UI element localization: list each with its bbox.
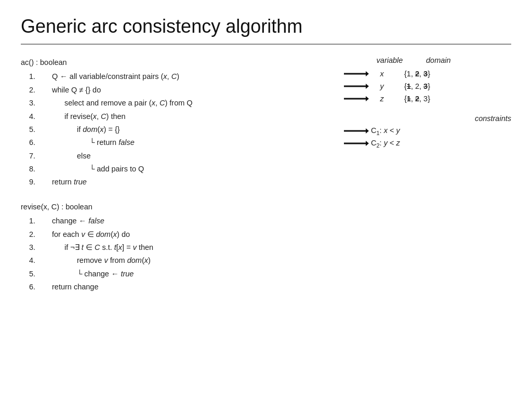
revise-line-num-3: 3.	[21, 241, 35, 254]
ac-line-5-text: if dom(x) = {}	[39, 123, 120, 136]
ac-algorithm: ac() : boolean 1. Q ← all variable/const…	[21, 56, 332, 189]
ac-signature: ac() : boolean	[21, 56, 332, 69]
svg-marker-1	[366, 71, 369, 76]
ac-line-6: 6. └ return false	[21, 136, 332, 149]
arrow-z	[343, 94, 369, 104]
svg-marker-7	[366, 128, 369, 134]
revise-line-num-1: 1.	[21, 215, 35, 228]
domain-y: {1, 2, 3}	[404, 82, 456, 90]
main-content: ac() : boolean 1. Q ← all variable/const…	[21, 56, 511, 294]
ac-line-5: 5. if dom(x) = {}	[21, 123, 332, 136]
ac-line-4-text: if revise(x, C) then	[39, 110, 126, 123]
ac-line-3: 3. select and remove a pair (x, C) from …	[21, 97, 332, 110]
ac-line-7: 7. else	[21, 150, 332, 163]
arrow-c2	[343, 138, 369, 149]
constraints-label: constraints	[343, 114, 511, 123]
page-container: Generic arc consistency algorithm ac() :…	[0, 0, 532, 309]
ac-line-9-text: return true	[39, 176, 87, 189]
revise-line-num-5: 5.	[21, 268, 35, 281]
line-num-5: 5.	[21, 123, 35, 136]
line-num-9: 9.	[21, 176, 35, 189]
var-name-x: x	[369, 70, 395, 78]
constraint-c1-text: C1: x < y	[371, 126, 400, 136]
left-column: ac() : boolean 1. Q ← all variable/const…	[21, 56, 332, 294]
ac-line-1-text: Q ← all variable/constraint pairs (x, C)	[39, 70, 179, 83]
var-row-z: z {1, 2, 3}	[343, 94, 511, 104]
domain-x: {1, 2, 3}	[404, 70, 456, 78]
line-num-8: 8.	[21, 163, 35, 176]
ac-line-8: 8. └ add pairs to Q	[21, 163, 332, 176]
revise-line-4: 4. remove v from dom(x)	[21, 254, 332, 267]
ac-line-1: 1. Q ← all variable/constraint pairs (x,…	[21, 70, 332, 83]
ac-line-8-text: └ add pairs to Q	[39, 163, 144, 176]
revise-line-num-6: 6.	[21, 281, 35, 294]
revise-line-2: 2. for each v ∈ dom(x) do	[21, 228, 332, 241]
var-row-y: y {1, 2, 3}	[343, 81, 511, 91]
revise-line-1: 1. change ← false	[21, 215, 332, 228]
ac-line-7-text: else	[39, 150, 91, 163]
revise-line-1-text: change ← false	[39, 215, 104, 228]
line-num-7: 7.	[21, 150, 35, 163]
revise-line-6: 6. return change	[21, 281, 332, 294]
revise-line-2-text: for each v ∈ dom(x) do	[39, 228, 130, 241]
var-domain-table: variable domain x {1, 2, 3}	[343, 56, 511, 104]
divider	[21, 44, 511, 45]
revise-signature: revise(x, C) : boolean	[21, 201, 332, 214]
revise-algorithm: revise(x, C) : boolean 1. change ← false…	[21, 201, 332, 294]
ac-line-2-text: while Q ≠ {} do	[39, 84, 101, 97]
revise-line-num-2: 2.	[21, 228, 35, 241]
arrow-c1	[343, 126, 369, 136]
constraint-c2-text: C2: y < z	[371, 139, 400, 149]
page-title: Generic arc consistency algorithm	[21, 16, 511, 37]
var-name-z: z	[369, 95, 395, 103]
revise-line-3-text: if ¬∃ t ∈ C s.t. t[x] = v then	[39, 241, 153, 254]
var-row-x: x {1, 2, 3}	[343, 69, 511, 79]
line-num-2: 2.	[21, 84, 35, 97]
ac-line-6-text: └ return false	[39, 136, 135, 149]
ac-line-9: 9. return true	[21, 176, 332, 189]
line-num-4: 4.	[21, 110, 35, 123]
constraint-row-2: C2: y < z	[343, 138, 511, 149]
arrow-y	[343, 81, 369, 91]
revise-line-3: 3. if ¬∃ t ∈ C s.t. t[x] = v then	[21, 241, 332, 254]
revise-line-5: 5. └ change ← true	[21, 268, 332, 281]
domain-header: domain	[426, 56, 478, 64]
svg-marker-3	[366, 84, 369, 89]
arrow-x	[343, 69, 369, 79]
revise-line-5-text: └ change ← true	[39, 268, 134, 281]
svg-marker-9	[366, 141, 369, 146]
ac-line-2: 2. while Q ≠ {} do	[21, 84, 332, 97]
ac-line-3-text: select and remove a pair (x, C) from Q	[39, 97, 193, 110]
domain-z: {1, 2, 3}	[404, 95, 456, 103]
line-num-6: 6.	[21, 136, 35, 149]
variable-header: variable	[369, 56, 410, 64]
constraints-section: constraints C1: x < y	[343, 114, 511, 149]
ac-line-4: 4. if revise(x, C) then	[21, 110, 332, 123]
svg-marker-5	[366, 96, 369, 101]
var-name-y: y	[369, 82, 395, 90]
right-column: variable domain x {1, 2, 3}	[332, 56, 511, 294]
constraint-row-1: C1: x < y	[343, 126, 511, 136]
revise-line-4-text: remove v from dom(x)	[39, 254, 151, 267]
revise-line-num-4: 4.	[21, 254, 35, 267]
line-num-1: 1.	[21, 70, 35, 83]
line-num-3: 3.	[21, 97, 35, 110]
revise-line-6-text: return change	[39, 281, 98, 294]
